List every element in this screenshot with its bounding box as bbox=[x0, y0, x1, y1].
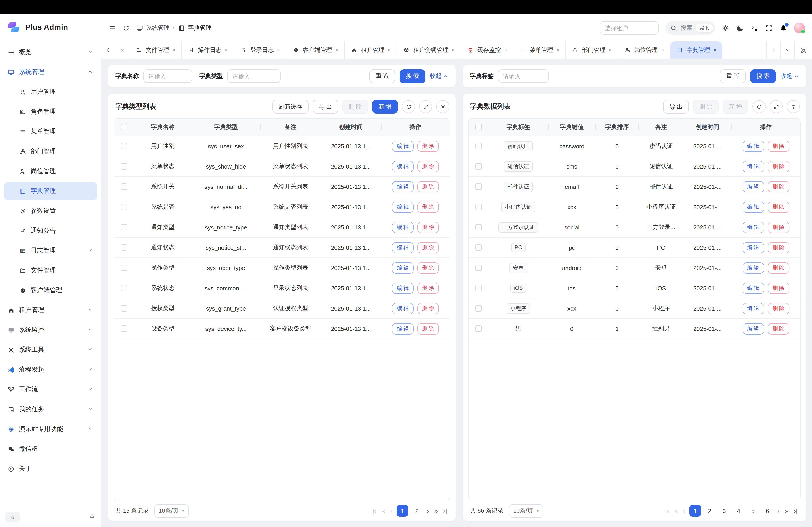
tabs-menu-chevron-icon[interactable] bbox=[781, 42, 794, 59]
page-button[interactable]: 6 bbox=[762, 505, 773, 517]
dict-name-input[interactable] bbox=[143, 70, 192, 83]
prev-group-icon[interactable]: « bbox=[380, 507, 387, 514]
tab-department-management[interactable]: 部门管理 × bbox=[566, 42, 618, 59]
dark-mode-moon-icon[interactable] bbox=[736, 24, 744, 32]
delete-button[interactable]: 删除 bbox=[768, 262, 789, 273]
select-all-checkbox[interactable] bbox=[121, 124, 127, 130]
row-checkbox[interactable] bbox=[121, 163, 127, 169]
sidebar-item-tenant-management[interactable]: 租户管理 bbox=[4, 301, 98, 319]
row-checkbox[interactable] bbox=[476, 244, 482, 251]
close-icon[interactable]: × bbox=[713, 47, 716, 53]
sidebar-item-my-tasks[interactable]: 我的任务 bbox=[4, 400, 98, 418]
row-checkbox[interactable] bbox=[121, 224, 127, 230]
export-button[interactable]: 导出 bbox=[313, 100, 338, 114]
sidebar-item-menu-management[interactable]: 菜单管理 bbox=[4, 123, 98, 141]
sidebar-item-param-settings[interactable]: 参数设置 bbox=[4, 202, 98, 220]
table-expand-icon[interactable] bbox=[419, 100, 432, 113]
delete-button[interactable]: 删除 bbox=[768, 283, 789, 294]
delete-button[interactable]: 删除 bbox=[768, 303, 789, 314]
tab-cache-monitor[interactable]: redis 缓存监控 × bbox=[461, 42, 513, 59]
edit-button[interactable]: 编辑 bbox=[392, 140, 414, 152]
close-icon[interactable]: × bbox=[661, 47, 664, 53]
translate-icon[interactable] bbox=[751, 24, 758, 32]
row-checkbox[interactable] bbox=[476, 265, 482, 271]
page-size-select[interactable]: 10条/页 ▾ bbox=[154, 504, 189, 517]
tenant-select-input[interactable] bbox=[600, 21, 658, 35]
delete-button[interactable]: 删除 bbox=[417, 201, 439, 213]
row-checkbox[interactable] bbox=[121, 244, 127, 251]
refresh-cache-button[interactable]: 刷新缓存 bbox=[273, 100, 308, 114]
delete-button[interactable]: 删除 bbox=[768, 222, 789, 233]
delete-button[interactable]: 删除 bbox=[417, 222, 439, 233]
edit-button[interactable]: 编辑 bbox=[742, 303, 764, 314]
fullscreen-icon[interactable] bbox=[765, 24, 773, 32]
hamburger-icon[interactable] bbox=[109, 24, 116, 32]
row-checkbox[interactable] bbox=[476, 163, 482, 169]
sidebar-item-notice[interactable]: 通知公告 bbox=[4, 222, 98, 240]
edit-button[interactable]: 编辑 bbox=[742, 262, 764, 273]
delete-button[interactable]: 删除 bbox=[417, 283, 439, 294]
close-icon[interactable]: × bbox=[224, 47, 228, 53]
delete-button[interactable]: 删除 bbox=[417, 161, 439, 172]
reset-button[interactable]: 重置 bbox=[369, 69, 395, 83]
edit-button[interactable]: 编辑 bbox=[742, 323, 764, 334]
sidebar-collapse-button[interactable]: « bbox=[5, 512, 20, 523]
global-search[interactable]: 搜索 ⌘ K bbox=[665, 21, 715, 35]
table-refresh-icon[interactable] bbox=[752, 100, 766, 113]
row-checkbox[interactable] bbox=[476, 143, 482, 149]
close-icon[interactable]: × bbox=[609, 47, 612, 53]
sidebar-item-about[interactable]: 关于 bbox=[4, 460, 98, 478]
page-button[interactable]: 3 bbox=[718, 505, 730, 517]
delete-button[interactable]: 删除 bbox=[417, 181, 439, 192]
next-group-icon[interactable]: » bbox=[784, 507, 790, 514]
row-checkbox[interactable] bbox=[476, 285, 482, 291]
edit-button[interactable]: 编辑 bbox=[392, 303, 414, 314]
row-checkbox[interactable] bbox=[121, 143, 127, 149]
edit-button[interactable]: 编辑 bbox=[392, 201, 414, 213]
refresh-icon[interactable] bbox=[123, 25, 129, 31]
add-button[interactable]: 新增 bbox=[723, 100, 749, 114]
edit-button[interactable]: 编辑 bbox=[392, 323, 414, 334]
close-icon[interactable]: × bbox=[452, 47, 455, 53]
notification-bell-icon[interactable] bbox=[780, 24, 787, 32]
prev-page-icon[interactable]: ‹ bbox=[682, 507, 686, 514]
tab-client-management[interactable]: 客户端管理 × bbox=[287, 42, 344, 59]
next-page-icon[interactable]: › bbox=[776, 507, 781, 514]
logo[interactable]: Plus Admin bbox=[0, 14, 101, 41]
close-icon[interactable]: × bbox=[388, 47, 391, 53]
sidebar-item-file-management[interactable]: 文件管理 bbox=[4, 261, 98, 280]
tabs-scroll-right-icon[interactable] bbox=[767, 42, 780, 59]
delete-button[interactable]: 删除 bbox=[417, 140, 439, 152]
row-checkbox[interactable] bbox=[121, 204, 127, 210]
sidebar-item-log-management[interactable]: DEV 日志管理 bbox=[4, 242, 98, 260]
close-icon[interactable]: × bbox=[556, 47, 560, 53]
sidebar-item-flow-start[interactable]: 流程发起 bbox=[4, 361, 98, 379]
breadcrumb-parent[interactable]: 系统管理 bbox=[146, 24, 170, 32]
edit-button[interactable]: 编辑 bbox=[392, 161, 414, 172]
row-checkbox[interactable] bbox=[121, 326, 127, 332]
page-button[interactable]: 2 bbox=[704, 505, 715, 517]
sidebar-item-system-tools[interactable]: 系统工具 bbox=[4, 341, 98, 359]
export-button[interactable]: 导出 bbox=[663, 100, 689, 114]
dict-label-input[interactable] bbox=[498, 70, 549, 83]
last-page-icon[interactable]: ›| bbox=[792, 507, 799, 514]
prev-group-icon[interactable]: « bbox=[673, 507, 679, 514]
row-checkbox[interactable] bbox=[476, 183, 482, 190]
search-button[interactable]: 搜索 bbox=[400, 69, 425, 83]
search-button[interactable]: 搜索 bbox=[750, 69, 776, 83]
next-group-icon[interactable]: » bbox=[433, 507, 439, 514]
collapse-filters-link[interactable]: 收起 bbox=[430, 72, 448, 80]
sidebar-item-department-management[interactable]: 部门管理 bbox=[4, 142, 98, 161]
row-checkbox[interactable] bbox=[476, 305, 482, 312]
delete-button[interactable]: 删除 bbox=[768, 181, 789, 192]
edit-button[interactable]: 编辑 bbox=[742, 222, 764, 233]
row-checkbox[interactable] bbox=[121, 183, 127, 190]
edit-button[interactable]: 编辑 bbox=[392, 283, 414, 294]
close-icon[interactable]: × bbox=[335, 47, 338, 53]
settings-gear-icon[interactable] bbox=[722, 24, 729, 32]
sidebar-item-system-management[interactable]: 系统管理 bbox=[4, 63, 98, 81]
tab-tenant-package[interactable]: 租户套餐管理 × bbox=[397, 42, 461, 59]
delete-button[interactable]: 删除 bbox=[768, 201, 789, 213]
sidebar-item-client-management[interactable]: 客户端管理 bbox=[4, 281, 98, 299]
last-page-icon[interactable]: ›| bbox=[442, 507, 448, 514]
